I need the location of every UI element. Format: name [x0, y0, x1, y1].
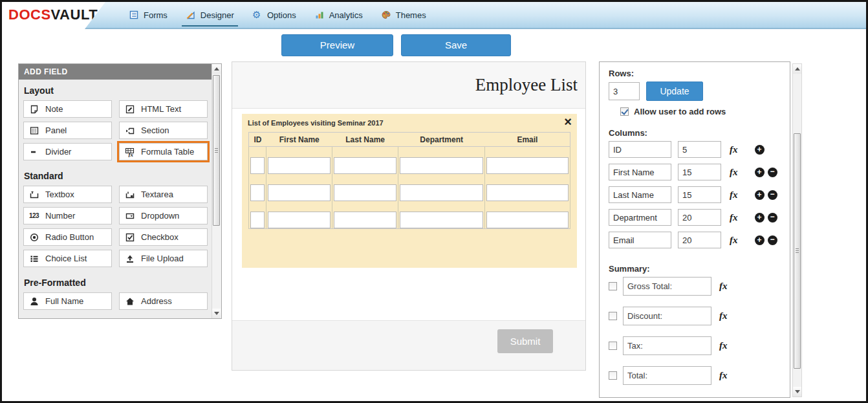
field-button-radio[interactable]: Radio Button	[23, 228, 112, 246]
table-cell-input[interactable]	[486, 184, 569, 201]
add-column-button[interactable]	[755, 213, 765, 223]
rows-count-input[interactable]	[609, 82, 640, 100]
scrollbar-thumb[interactable]	[213, 75, 220, 226]
scroll-down-arrow[interactable]	[212, 309, 221, 318]
remove-column-button[interactable]	[768, 235, 777, 245]
field-button-formula-table[interactable]: fx Formula Table	[119, 143, 208, 160]
table-cell-input[interactable]	[268, 184, 331, 201]
field-button-number[interactable]: 123 Number	[23, 207, 112, 224]
formula-table-widget[interactable]: List of Employees visiting Seminar 2017 …	[242, 114, 577, 268]
field-button-checkbox[interactable]: Checkbox	[119, 228, 208, 246]
column-name-input[interactable]	[609, 209, 671, 226]
properties-scrollbar[interactable]	[792, 63, 802, 397]
scroll-down-arrow[interactable]	[793, 387, 801, 397]
table-cell-input[interactable]	[250, 157, 265, 174]
formula-fx-icon[interactable]: fx	[730, 167, 738, 178]
formula-fx-icon[interactable]: fx	[730, 212, 738, 223]
formula-fx-icon[interactable]: fx	[719, 340, 728, 351]
field-button-textbox[interactable]: Textbox	[23, 186, 112, 203]
field-button-choice-list[interactable]: Choice List	[23, 250, 112, 267]
table-cell-input[interactable]	[250, 184, 265, 201]
textbox-icon	[29, 190, 39, 200]
column-name-input[interactable]	[609, 232, 671, 248]
scroll-up-arrow[interactable]	[793, 64, 801, 74]
table-cell-input[interactable]	[334, 184, 396, 201]
table-cell-input[interactable]	[250, 212, 265, 228]
tab-label: Designer	[201, 10, 234, 20]
add-column-button[interactable]	[755, 168, 765, 177]
summary-checkbox[interactable]	[609, 282, 617, 290]
tab-designer[interactable]: Designer	[186, 2, 234, 28]
employee-table: ID First Name Last Name Department Email	[248, 132, 570, 229]
field-button-full-name[interactable]: Full Name	[23, 292, 112, 310]
formula-fx-icon[interactable]: fx	[719, 281, 728, 292]
summary-field-input[interactable]	[623, 277, 711, 296]
dropdown-icon	[125, 211, 135, 221]
field-button-label: Number	[45, 211, 75, 221]
allow-add-rows-label: Allow user to add rows	[634, 107, 726, 116]
table-cell-input[interactable]	[268, 157, 331, 174]
remove-column-button[interactable]	[768, 190, 777, 200]
column-width-input[interactable]	[678, 209, 721, 226]
table-cell-input[interactable]	[268, 212, 331, 228]
table-cell-input[interactable]	[400, 212, 483, 228]
field-button-label: Panel	[45, 125, 67, 135]
formula-fx-icon[interactable]: fx	[730, 235, 738, 246]
add-column-button[interactable]	[755, 190, 765, 200]
submit-button[interactable]: Submit	[497, 329, 553, 353]
column-name-input[interactable]	[609, 186, 671, 203]
field-button-section[interactable]: Section	[119, 122, 208, 139]
tab-themes[interactable]: Themes	[381, 2, 426, 28]
add-column-button[interactable]	[755, 145, 765, 155]
column-name-input[interactable]	[609, 164, 671, 180]
summary-checkbox[interactable]	[609, 371, 617, 380]
tab-analytics[interactable]: Analytics	[314, 2, 363, 28]
summary-field-input[interactable]	[623, 307, 711, 325]
add-column-button[interactable]	[755, 235, 765, 245]
table-cell-input[interactable]	[400, 157, 483, 174]
close-icon[interactable]: ×	[564, 114, 572, 129]
scrollbar-thumb[interactable]	[794, 133, 801, 369]
textarea-icon	[125, 190, 135, 200]
column-width-input[interactable]	[678, 141, 721, 158]
column-width-input[interactable]	[678, 232, 721, 248]
column-width-input[interactable]	[678, 186, 721, 203]
tab-options[interactable]: Options	[252, 2, 296, 28]
summary-field-input[interactable]	[623, 336, 711, 355]
field-button-file-upload[interactable]: File Upload	[119, 250, 208, 267]
summary-checkbox[interactable]	[609, 342, 617, 350]
field-button-note[interactable]: Note	[23, 100, 112, 118]
formula-fx-icon[interactable]: fx	[730, 144, 738, 155]
preview-button[interactable]: Preview	[281, 34, 393, 56]
formula-fx-icon[interactable]: fx	[730, 190, 738, 201]
table-cell-input[interactable]	[486, 157, 569, 174]
section-title-preformatted: Pre-Formatted	[24, 278, 207, 288]
remove-column-button[interactable]	[768, 213, 777, 223]
column-header-email: Email	[485, 133, 570, 147]
remove-column-button[interactable]	[768, 168, 777, 177]
sidebar-scrollbar[interactable]	[212, 64, 221, 318]
docsvault-logo: DOCSVAULT	[2, 2, 105, 29]
table-cell-input[interactable]	[334, 157, 396, 174]
tab-forms[interactable]: Forms	[129, 2, 168, 28]
rows-label: Rows:	[609, 69, 781, 78]
table-cell-input[interactable]	[334, 212, 396, 228]
field-button-panel[interactable]: Panel	[23, 122, 112, 139]
table-cell-input[interactable]	[400, 184, 483, 201]
column-name-input[interactable]	[609, 141, 671, 158]
summary-field-input[interactable]	[623, 366, 711, 385]
field-button-dropdown[interactable]: Dropdown	[119, 207, 208, 224]
summary-checkbox[interactable]	[609, 312, 617, 320]
field-button-address[interactable]: Address	[119, 292, 208, 310]
column-width-input[interactable]	[678, 164, 721, 180]
scroll-up-arrow[interactable]	[212, 64, 221, 74]
allow-add-rows-checkbox[interactable]	[620, 107, 629, 116]
field-button-divider[interactable]: Divider	[23, 143, 112, 160]
field-button-textarea[interactable]: Textarea	[119, 186, 208, 203]
formula-fx-icon[interactable]: fx	[719, 310, 728, 321]
table-cell-input[interactable]	[486, 212, 569, 228]
save-button[interactable]: Save	[401, 34, 511, 56]
field-button-html-text[interactable]: HTML Text	[119, 100, 208, 118]
update-button[interactable]: Update	[646, 82, 703, 101]
formula-fx-icon[interactable]: fx	[719, 370, 728, 381]
